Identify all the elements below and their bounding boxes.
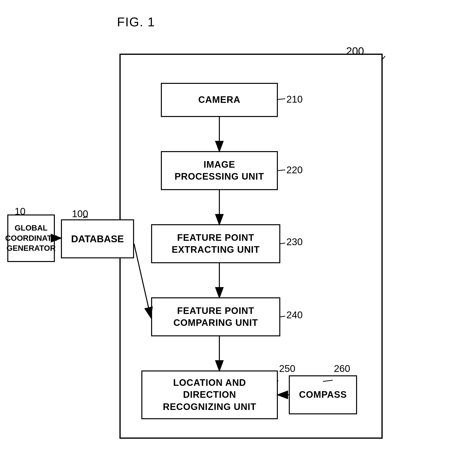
fpcu-id: 240 <box>286 309 303 321</box>
diagram: FIG. 1 200 CAMERA 210 IMAGEPROCESSING UN… <box>0 0 476 476</box>
fpcu-label: FEATURE POINTCOMPARING UNIT <box>173 305 258 329</box>
database-id: 100 <box>72 208 88 219</box>
figure-title: FIG. 1 <box>117 15 155 29</box>
compass-label: COMPASS <box>299 389 347 401</box>
gcg-label: GLOBALCOORDINATEGENERATOR <box>5 223 57 254</box>
location-direction-recognizing-unit-box: LOCATION ANDDIRECTIONRECOGNIZING UNIT <box>141 371 278 419</box>
feature-point-comparing-unit-box: FEATURE POINTCOMPARING UNIT <box>151 297 280 336</box>
fpeu-label: FEATURE POINTEXTRACTING UNIT <box>171 232 260 256</box>
compass-box: COMPASS <box>289 375 357 414</box>
main-box-label: 200 <box>346 45 364 57</box>
database-box: DATABASE <box>61 219 134 258</box>
image-processing-unit-box: IMAGEPROCESSING UNIT <box>161 151 278 190</box>
fpeu-id: 230 <box>286 237 303 247</box>
ipu-label: IMAGEPROCESSING UNIT <box>174 159 264 183</box>
camera-label: CAMERA <box>198 94 240 106</box>
feature-point-extracting-unit-box: FEATURE POINTEXTRACTING UNIT <box>151 224 280 263</box>
camera-box: CAMERA <box>161 83 278 117</box>
ldru-label: LOCATION ANDDIRECTIONRECOGNIZING UNIT <box>163 377 256 413</box>
database-label: DATABASE <box>71 234 124 244</box>
compass-id: 260 <box>334 363 350 374</box>
gcg-id: 10 <box>15 206 26 217</box>
ldru-id: 250 <box>279 363 295 374</box>
ipu-id: 220 <box>286 165 303 175</box>
camera-id: 210 <box>286 94 303 105</box>
global-coordinate-generator-box: GLOBALCOORDINATEGENERATOR <box>7 215 55 262</box>
